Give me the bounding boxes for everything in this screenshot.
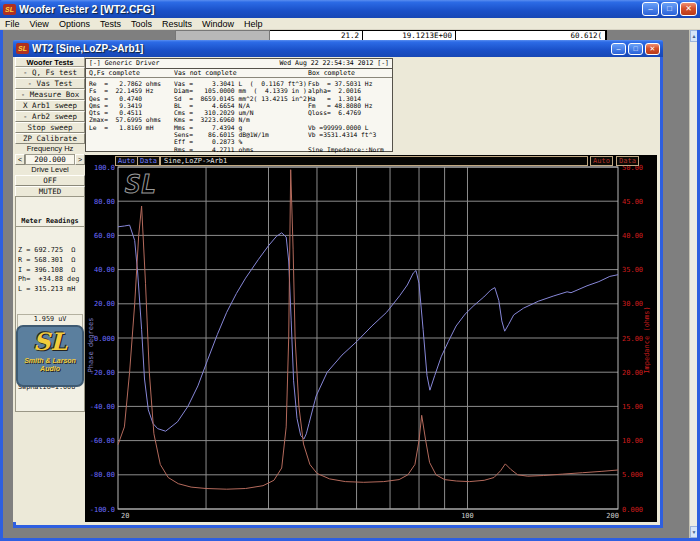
frequency-label: Frequency Hz [15,144,85,154]
child-minimize-button[interactable]: – [611,43,626,55]
child-titlebar: SL WT2 [Sine,LoZP->Arb1] – □ ✕ [13,40,663,57]
phase-axis-tick-label: -40.00 [90,403,115,411]
chart-auto-button-left[interactable]: Auto [115,156,138,166]
sidebar-button-x-arb1-sweep[interactable]: X Arb1 sweep [15,100,85,111]
parameter-column-headers: Q,Fs completeVas not completeBox complet… [86,69,392,78]
frequency-decrement-button[interactable]: < [15,154,25,165]
drive-level-label: Drive Level [15,165,85,175]
main-window-title: Woofer Tester 2 [WT2.CFG] [19,3,642,15]
main-titlebar: SL Woofer Tester 2 [WT2.CFG] – □ ✕ [0,0,700,18]
sidebar: Woofer Tests - Q, Fs test- Vas Test- Mea… [15,57,85,522]
driver-name[interactable]: [-] Generic Driver [89,59,159,68]
chart-data-button-right[interactable]: Data [616,156,639,166]
sidebar-button-zp-calibrate[interactable]: ZP Calibrate [15,133,85,144]
phase-axis-tick-label: -100.0 [90,506,115,514]
impedance-axis-tick-label: 20.00 [622,369,643,377]
background-table-cell: 60.612( [456,31,606,40]
menu-item-file[interactable]: File [0,19,25,29]
meter-line: I = 396.108 Ω [16,266,84,276]
menu-item-help[interactable]: Help [239,19,268,29]
measurement-timestamp: Wed Aug 22 22:54:34 2012 [-] [279,59,389,68]
phase-axis-tick-label: -60.00 [90,437,115,445]
impedance-axis-tick-label: 5.000 [622,471,643,479]
meter-line: Z = 692.725 Ω [16,246,84,256]
phase-axis-tick-label: 60.00 [94,232,115,240]
menu-item-options[interactable]: Options [54,19,95,29]
vertical-scrollbar[interactable]: ▲ ▼ [689,30,697,538]
frequency-axis-tick-label: 200 [606,512,619,520]
phase-axis-tick-label: 40.00 [94,266,115,274]
child-window-title: WT2 [Sine,LoZP->Arb1] [32,43,611,54]
driver-panel-header: [-] Generic Driver Wed Aug 22 22:54:34 2… [86,59,392,69]
impedance-axis-title: Impedance (ohms) [643,306,651,373]
background-table-cell: 21.2 [270,31,363,40]
chart-watermark-sl-logo-icon: SL [125,169,156,199]
phase-axis-tick-label: 20.00 [94,300,115,308]
drive-off-button[interactable]: OFF [15,175,85,186]
menu-bar: FileViewOptionsTestsToolsResultsWindowHe… [0,18,700,30]
impedance-axis-tick-label: 40.00 [622,232,643,240]
impedance-phase-chart: AutoData Sine,LoZP->Arb1 AutoData SL100.… [85,155,657,522]
meter-sub-line: 1.959 uV [18,315,82,325]
minimize-button[interactable]: – [642,2,659,16]
background-table-cell: 19.1213E+00 [363,31,456,40]
sidebar-button-measure-box[interactable]: - Measure Box [15,89,85,100]
impedance-axis-tick-label: 35.00 [622,266,643,274]
chart-data-button-left[interactable]: Data [137,156,160,166]
frequency-value[interactable]: 200.000 [25,154,75,165]
meter-readings-header: Meter Readings [16,216,84,227]
phase-axis-tick-label: 0.000 [94,335,115,343]
phase-axis-title: Phase degrees [87,318,95,373]
frequency-axis-tick-label: 100 [461,512,474,520]
meter-line: R = 568.301 Ω [16,256,84,266]
impedance-axis-tick-label: 15.00 [622,403,643,411]
parameter-column: Re = 2.7862 ohms Fs = 22.1459 Hz Qes = 0… [89,80,161,131]
scroll-up-arrow-icon[interactable]: ▲ [690,30,697,42]
parameter-column: Vas = 3.3041 L ( 0.1167 ft^3) Diam= 105.… [174,80,310,153]
parameter-column-header: Box complete [308,69,355,77]
chart-toolbar: AutoData Sine,LoZP->Arb1 AutoData [85,155,657,166]
logo-monogram: SL [18,327,82,357]
impedance-axis-tick-label: 45.00 [622,198,643,206]
parameter-column: Fsb = 37.5031 Hz alpha= 2.0016 Ha = 1.30… [308,80,384,153]
menu-item-tools[interactable]: Tools [126,19,157,29]
sidebar-button-vas-test[interactable]: - Vas Test [15,78,85,89]
menu-item-view[interactable]: View [25,19,54,29]
phase-axis-tick-label: -80.00 [90,471,115,479]
impedance-axis-tick-label: 25.00 [622,335,643,343]
impedance-axis-tick-label: 30.00 [622,300,643,308]
frequency-spinner: < 200.000 > [15,154,85,165]
scroll-down-arrow-icon[interactable]: ▼ [690,526,697,538]
chart-title: Sine,LoZP->Arb1 [160,156,588,166]
maximize-button[interactable]: □ [661,2,678,16]
chart-auto-button-right[interactable]: Auto [590,156,613,166]
logo-text-line1: Smith & Larson [18,357,82,365]
menu-item-results[interactable]: Results [157,19,197,29]
child-window: SL WT2 [Sine,LoZP->Arb1] – □ ✕ Woofer Te… [13,40,663,528]
smith-larson-logo: SL Smith & Larson Audio [16,325,84,387]
phase-axis-tick-label: 80.00 [94,198,115,206]
close-button[interactable]: ✕ [680,2,697,16]
impedance-axis-tick-label: 10.00 [622,437,643,445]
parameter-column-header: Vas not complete [174,69,237,77]
app-icon: SL [3,4,16,15]
sidebar-button-arb2-sweep[interactable]: - Arb2 sweep [15,111,85,122]
child-client-area: Woofer Tests - Q, Fs test- Vas Test- Mea… [13,57,657,522]
child-window-icon: SL [16,43,29,54]
frequency-increment-button[interactable]: > [75,154,85,165]
meter-line: L = 315.213 mH [16,285,84,295]
sidebar-button-q-fs-test[interactable]: - Q, Fs test [15,67,85,78]
sidebar-header: Woofer Tests [15,57,85,67]
impedance-axis-tick-label: 0.000 [622,506,643,514]
parameter-column-header: Q,Fs complete [89,69,140,77]
sidebar-button-stop-sweep[interactable]: Stop sweep [15,122,85,133]
child-restore-button[interactable]: □ [628,43,643,55]
frequency-axis-tick-label: 20 [121,512,129,520]
menu-item-window[interactable]: Window [197,19,239,29]
menu-item-tests[interactable]: Tests [95,19,126,29]
main-window: SL Woofer Tester 2 [WT2.CFG] – □ ✕ FileV… [0,0,700,541]
mdi-client-area: 21.219.1213E+0060.612( SL WT2 [Sine,LoZP… [3,30,697,538]
logo-text-line2: Audio [18,365,82,373]
child-close-button[interactable]: ✕ [645,43,660,55]
chart-plot[interactable]: SL100.080.0060.0040.0020.000.000-20.00-4… [85,155,657,522]
